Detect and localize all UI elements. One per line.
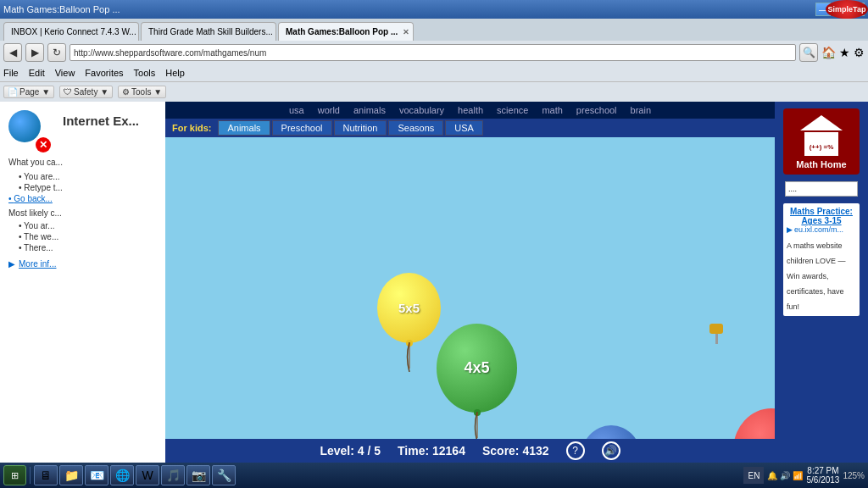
score-display: Score: 4132 (482, 444, 549, 458)
back-button[interactable]: ◀ (3, 43, 22, 62)
taskbar-icon-2[interactable]: 📧 (85, 465, 108, 485)
tab-0-label: INBOX | Kerio Connect 7.4.3 W... (11, 27, 136, 36)
balloon-b5[interactable]: 3x3 (733, 408, 775, 439)
kid-tab-usa[interactable]: USA (445, 120, 483, 136)
ie-what-text: What you ca... (8, 158, 157, 167)
ie-error-title: Internet Ex... (63, 114, 139, 128)
tab-1-label: Third Grade Math Skill Builders... (148, 27, 273, 36)
clock-date: 5/6/2013 (806, 475, 839, 485)
taskbar-icon-0[interactable]: 🖥 (34, 465, 58, 485)
game-status: Level: 4 / 5 Time: 12164 Score: 4132 ? 🔊 (165, 439, 775, 463)
ie-likely-text: Most likely c... (8, 208, 157, 218)
content-area: ✕ Internet Ex... What you ca... • You ar… (0, 102, 868, 463)
house-roof (800, 115, 843, 130)
ie-more-arrow: ▶ (8, 259, 15, 269)
nav-bar: ◀ ▶ ↻ 🔍 🏠 ★ ⚙ (0, 41, 868, 64)
star-icon[interactable]: ★ (839, 46, 850, 59)
address-bar[interactable] (70, 44, 796, 61)
game-area: usa world animals vocabulary health scie… (165, 102, 775, 463)
maths-description: A maths website children LOVE — Win awar… (787, 241, 846, 311)
ie-error-panel: ✕ Internet Ex... What you ca... • You ar… (0, 102, 165, 463)
nav-preschool[interactable]: preschool (576, 105, 617, 115)
tab-2-label: Math Games:Balloon Pop ... (286, 27, 398, 36)
toolbar-tools[interactable]: ⚙ Tools ▼ (118, 86, 166, 98)
level-label: Level: 4 / 5 (320, 444, 381, 458)
tools-icon: ⚙ (122, 87, 130, 97)
help-button[interactable]: ? (566, 441, 585, 460)
menu-view[interactable]: View (55, 68, 75, 78)
nav-math[interactable]: math (542, 105, 562, 115)
lang-indicator: EN (743, 467, 764, 484)
nav-strip: usa world animals vocabulary health scie… (165, 102, 775, 119)
tray-icon-3: 📶 (793, 471, 803, 480)
balloon-b1[interactable]: 5x5 (377, 273, 441, 343)
safety-icon: 🛡 (64, 87, 72, 97)
taskbar-icon-7[interactable]: 🔧 (212, 465, 236, 485)
toolbar-safety[interactable]: 🛡 Safety ▼ (59, 86, 113, 98)
menu-file[interactable]: File (3, 68, 19, 78)
menu-tools[interactable]: Tools (134, 68, 156, 78)
ie-logo: ✕ (8, 110, 51, 152)
start-button[interactable]: ⊞ (3, 465, 26, 485)
menu-edit[interactable]: Edit (29, 68, 45, 78)
forward-button[interactable]: ▶ (25, 43, 44, 62)
taskbar-icon-5[interactable]: 🎵 (161, 465, 185, 485)
taskbar-sep-1 (30, 467, 31, 484)
toolbar-bar: 📄 Page ▼ 🛡 Safety ▼ ⚙ Tools ▼ (0, 81, 868, 102)
nav-science[interactable]: science (497, 105, 528, 115)
menu-bar: File Edit View Favorites Tools Help (0, 64, 868, 81)
refresh-button[interactable]: ↻ (47, 43, 66, 62)
menu-help[interactable]: Help (165, 68, 185, 78)
nav-health[interactable]: health (458, 105, 483, 115)
math-home-box[interactable]: (++) =% Math Home (783, 108, 860, 175)
eu-arrow: ▶ (787, 225, 793, 234)
tab-2[interactable]: Math Games:Balloon Pop ... ✕ (278, 22, 414, 41)
kid-tab-animals[interactable]: Animals (218, 120, 270, 136)
balloon-b4[interactable]: 4x3 (581, 425, 642, 439)
menu-favorites[interactable]: Favorites (85, 68, 123, 78)
taskbar-icon-3[interactable]: 🌐 (110, 465, 134, 485)
kid-tab-seasons[interactable]: Seasons (388, 120, 443, 136)
tab-2-close[interactable]: ✕ (403, 28, 409, 36)
ie-more-info[interactable]: ▶ More inf... (8, 259, 157, 269)
toolbar-page[interactable]: 📄 Page ▼ (3, 86, 54, 98)
search-nav-button[interactable]: 🔍 (799, 43, 818, 62)
nav-vocabulary[interactable]: vocabulary (399, 105, 444, 115)
kid-tab-preschool[interactable]: Preschool (272, 120, 332, 136)
tab-bar: INBOX | Kerio Connect 7.4.3 W... ✕ Third… (0, 19, 868, 41)
nav-world[interactable]: world (318, 105, 340, 115)
ie-bullet-1: • You are... (19, 172, 157, 181)
title-bar-left: Math Games:Balloon Pop ... (3, 4, 120, 14)
tab-0[interactable]: INBOX | Kerio Connect 7.4.3 W... ✕ (3, 22, 139, 41)
ie-what-section: What you ca... (8, 158, 157, 167)
nav-animals[interactable]: animals (353, 105, 386, 115)
maths-promo-box: Maths Practice: Ages 3-15 ▶ eu.ixl.com/m… (783, 203, 860, 316)
zoom-level: 125% (843, 471, 865, 480)
house-body: (++) =% (804, 132, 838, 156)
simpletap-button[interactable]: SimpleTap (826, 0, 868, 19)
nav-usa[interactable]: usa (289, 105, 304, 115)
taskbar-icon-1[interactable]: 📁 (59, 465, 83, 485)
math-home-label: Math Home (796, 159, 846, 169)
kid-tab-nutrition[interactable]: Nutrition (334, 120, 387, 136)
tools-nav-icon[interactable]: ⚙ (854, 46, 865, 59)
ie-more-link[interactable]: More inf... (19, 259, 56, 269)
for-kids-label: For kids: (172, 123, 211, 133)
sound-button[interactable]: 🔊 (602, 441, 620, 460)
tab-1[interactable]: Third Grade Math Skill Builders... ✕ (141, 22, 276, 41)
ie-bullets-section: • You are... • Retype t... • Go back... (8, 172, 157, 203)
taskbar-icon-6[interactable]: 📷 (186, 465, 210, 485)
taskbar-icon-4[interactable]: W (136, 465, 159, 485)
taskbar-right: EN 🔔 🔊 📶 8:27 PM 5/6/2013 125% (743, 466, 865, 485)
ie-sub-3: • There... (19, 243, 157, 252)
eu-link[interactable]: ▶ eu.ixl.com/m... (787, 225, 856, 234)
nav-brain[interactable]: brain (631, 105, 651, 115)
balloon-b2[interactable]: 4x5 (437, 324, 517, 413)
game-canvas[interactable]: 5x54x52x44x33x3 (165, 137, 775, 439)
search-box[interactable] (785, 181, 858, 197)
ie-goback-link[interactable]: • Go back... (8, 194, 157, 203)
home-nav-icon[interactable]: 🏠 (821, 46, 836, 59)
right-panel: (++) =% Math Home Maths Practice: Ages 3… (775, 102, 868, 463)
clock: 8:27 PM 5/6/2013 (806, 466, 839, 485)
maths-promo-title[interactable]: Maths Practice: Ages 3-15 (787, 207, 856, 225)
